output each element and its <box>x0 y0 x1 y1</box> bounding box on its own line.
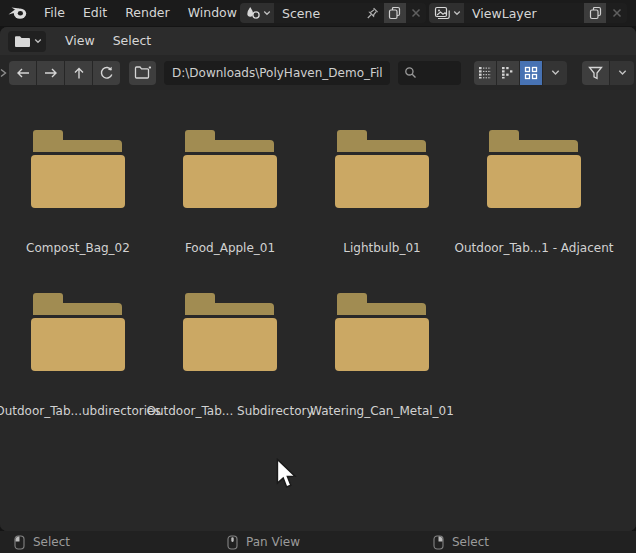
filter-group <box>582 61 634 85</box>
chevron-down-icon <box>551 69 560 76</box>
editor-type-button[interactable] <box>8 31 46 52</box>
status-hint-select-rmb: Select <box>433 531 489 553</box>
viewlayer-remove-button[interactable] <box>606 3 627 23</box>
viewlayer-icon <box>434 6 451 21</box>
folder-icon <box>487 130 581 208</box>
chevron-down-icon <box>453 10 461 16</box>
status-label: Pan View <box>246 535 300 549</box>
scene-icon <box>245 6 261 20</box>
display-list-detail-button[interactable] <box>497 61 519 85</box>
file-name: Outdoor_Tab... Subdirectory <box>146 404 313 418</box>
path-input[interactable] <box>164 61 390 85</box>
list-vertical-icon <box>478 66 492 79</box>
up-button[interactable] <box>65 61 92 85</box>
scene-browse-button[interactable] <box>240 3 274 23</box>
editor-menus: View Select <box>56 27 160 55</box>
arrow-up-icon <box>72 66 86 80</box>
menu-render[interactable]: Render <box>116 0 179 26</box>
path-field <box>164 61 390 85</box>
file-browser-toolbar <box>0 55 636 90</box>
file-browser-editor: View Select <box>0 27 636 531</box>
viewlayer-copy-button[interactable] <box>584 3 606 23</box>
topbar: File Edit Render Window Help Scene <box>0 0 636 26</box>
folder-icon <box>14 35 31 48</box>
expand-region-chevron-icon[interactable] <box>0 68 9 78</box>
arrow-right-icon <box>43 67 59 79</box>
file-name: Food_Apple_01 <box>185 241 275 255</box>
file-folder-item[interactable]: Outdoor_Tab...ubdirectories <box>2 293 154 418</box>
scene-name-field[interactable]: Scene <box>274 3 384 23</box>
menu-window[interactable]: Window <box>179 0 246 26</box>
file-name: Watering_Can_Metal_01 <box>310 404 454 418</box>
chevron-down-icon <box>618 69 627 76</box>
status-hint-select-lmb: Select <box>14 531 70 553</box>
file-folder-item[interactable]: Watering_Can_Metal_01 <box>306 293 458 418</box>
forward-button[interactable] <box>37 61 64 85</box>
menu-select[interactable]: Select <box>104 27 161 55</box>
new-folder-icon <box>134 65 152 80</box>
folder-icon <box>183 293 277 371</box>
display-mode-group <box>474 61 567 85</box>
mouse-right-icon <box>433 535 444 550</box>
statusbar: Select Pan View Select <box>0 531 636 553</box>
arrow-left-icon <box>15 67 31 79</box>
file-folder-item[interactable]: Lightbulb_01 <box>306 130 458 255</box>
viewlayer-browse-button[interactable] <box>429 3 464 23</box>
file-list-area[interactable]: Compost_Bag_02 Food_Apple_01 Lightbulb_0… <box>0 90 636 531</box>
scene-name: Scene <box>282 6 365 21</box>
back-button[interactable] <box>9 61 36 85</box>
mouse-cursor-icon <box>276 458 299 491</box>
scene-copy-button[interactable] <box>384 3 405 23</box>
chevron-down-icon <box>34 38 42 44</box>
menu-view[interactable]: View <box>56 27 104 55</box>
status-label: Select <box>33 535 70 549</box>
status-hint-pan-view: Pan View <box>227 531 300 553</box>
viewlayer-selector: ViewLayer <box>429 3 627 23</box>
mouse-middle-icon <box>227 535 238 550</box>
display-thumbnail-button[interactable] <box>520 61 542 85</box>
file-browser-header: View Select <box>0 27 636 55</box>
mouse-left-icon <box>14 535 25 550</box>
refresh-button[interactable] <box>93 61 120 85</box>
scene-selector: Scene <box>240 3 426 23</box>
grid-icon <box>524 66 538 80</box>
folder-icon <box>335 130 429 208</box>
filter-icon <box>588 66 603 80</box>
search-icon <box>404 66 417 79</box>
file-name: Outdoor_Tab...1 - Adjacent <box>455 241 614 255</box>
blender-logo-icon[interactable] <box>7 4 29 22</box>
folder-icon <box>335 293 429 371</box>
menu-edit[interactable]: Edit <box>74 0 116 26</box>
file-name: Outdoor_Tab...ubdirectories <box>0 404 161 418</box>
file-name: Lightbulb_01 <box>343 241 420 255</box>
create-directory-button[interactable] <box>129 61 156 85</box>
search-field <box>398 61 461 85</box>
status-label: Select <box>452 535 489 549</box>
folder-icon <box>31 293 125 371</box>
file-folder-item[interactable]: Outdoor_Tab... Subdirectory <box>154 293 306 418</box>
display-list-vertical-button[interactable] <box>474 61 496 85</box>
close-icon <box>411 8 421 18</box>
copy-icon <box>388 6 401 20</box>
folder-icon <box>183 130 277 208</box>
scene-unlink-button[interactable] <box>406 3 426 23</box>
viewlayer-name: ViewLayer <box>472 6 580 21</box>
pin-icon[interactable] <box>365 6 380 21</box>
navigation-button-group <box>9 61 120 85</box>
display-settings-dropdown[interactable] <box>543 61 567 85</box>
refresh-icon <box>99 65 114 80</box>
chevron-down-icon <box>263 10 271 16</box>
filter-button[interactable] <box>582 61 609 85</box>
filter-settings-dropdown[interactable] <box>610 61 634 85</box>
search-input[interactable] <box>417 61 451 85</box>
file-folder-item[interactable]: Outdoor_Tab...1 - Adjacent <box>458 130 610 255</box>
viewlayer-name-field[interactable]: ViewLayer <box>464 3 584 23</box>
file-folder-item[interactable]: Compost_Bag_02 <box>2 130 154 255</box>
copy-icon <box>589 6 602 20</box>
close-icon <box>612 8 622 18</box>
list-detail-icon <box>501 66 515 79</box>
blender-window: File Edit Render Window Help Scene <box>0 0 636 553</box>
menu-file[interactable]: File <box>35 0 74 26</box>
file-name: Compost_Bag_02 <box>26 241 130 255</box>
file-folder-item[interactable]: Food_Apple_01 <box>154 130 306 255</box>
